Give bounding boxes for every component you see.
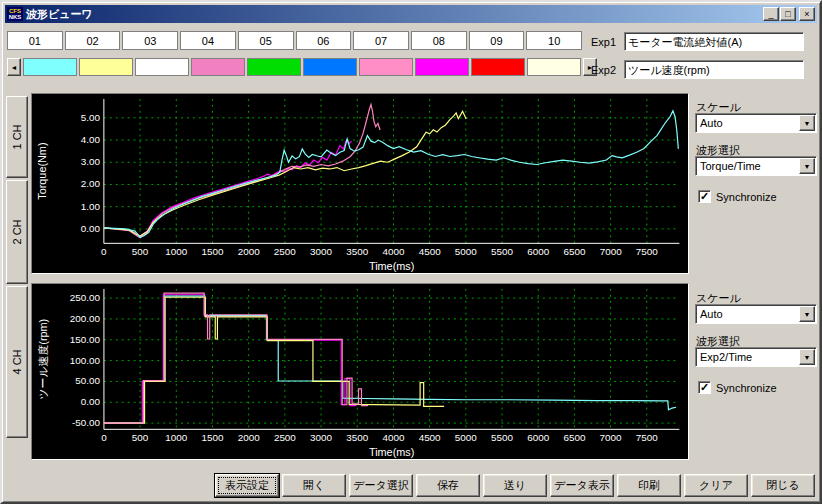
open-button[interactable]: 開く	[282, 474, 346, 497]
svg-text:7000: 7000	[600, 432, 622, 443]
channel-button-01[interactable]: 01	[7, 31, 63, 50]
svg-text:2000: 2000	[238, 246, 260, 257]
svg-text:100.00: 100.00	[70, 355, 101, 366]
channel-color-07[interactable]	[359, 58, 413, 76]
channel-button-08[interactable]: 08	[411, 31, 467, 50]
chevron-down-icon[interactable]: ▼	[799, 115, 815, 131]
svg-text:6500: 6500	[563, 432, 585, 443]
svg-text:4.00: 4.00	[81, 134, 101, 145]
svg-text:ツール速度(rpm): ツール速度(rpm)	[37, 319, 49, 400]
channel-color-05[interactable]	[247, 58, 301, 76]
bottom-button-row: 表示設定 開く データ選択 保存 送り データ表示 印刷 クリア 閉じる	[215, 474, 815, 497]
exp1-field[interactable]: モーター電流絶対値(A)	[624, 32, 804, 51]
print-button[interactable]: 印刷	[617, 474, 681, 497]
svg-text:Time(ms): Time(ms)	[369, 260, 414, 272]
waveform-viewer-window: CFS NKS 波形ビューワ _ □ × 01 02 03 04 05 06 0…	[0, 0, 822, 504]
feed-button[interactable]: 送り	[483, 474, 547, 497]
svg-text:6500: 6500	[563, 246, 585, 257]
chevron-down-icon[interactable]: ▼	[799, 349, 815, 365]
channel-button-10[interactable]: 10	[526, 31, 582, 50]
channel-button-row: 01 02 03 04 05 06 07 08 09 10	[7, 31, 582, 50]
channel-button-06[interactable]: 06	[296, 31, 352, 50]
channel-color-10[interactable]	[527, 58, 581, 76]
svg-text:50.00: 50.00	[75, 375, 100, 386]
svg-text:0: 0	[101, 246, 107, 257]
check-icon: ✓	[700, 191, 709, 202]
caption-buttons: _ □ ×	[762, 7, 815, 21]
title-bar[interactable]: CFS NKS 波形ビューワ _ □ ×	[5, 5, 817, 23]
svg-text:Time(ms): Time(ms)	[369, 446, 414, 458]
app-icon-text-bottom: NKS	[9, 14, 22, 20]
channel-color-08[interactable]	[415, 58, 469, 76]
channel-button-02[interactable]: 02	[65, 31, 121, 50]
close-icon[interactable]: ×	[799, 7, 815, 21]
scale-select-2-value: Auto	[700, 308, 723, 320]
channel-color-04[interactable]	[191, 58, 245, 76]
channel-scroll-left-button[interactable]: ◄	[7, 58, 21, 76]
waveform-select-1-value: Torque/Time	[700, 160, 761, 172]
data-display-button[interactable]: データ表示	[550, 474, 614, 497]
speed-time-chart: 0500100015002000250030003500400045005000…	[32, 284, 688, 459]
torque-time-chart: 0500100015002000250030003500400045005000…	[32, 94, 688, 273]
synchronize-checkbox-2[interactable]: ✓	[698, 381, 711, 394]
channel-color-06[interactable]	[303, 58, 357, 76]
save-button[interactable]: 保存	[416, 474, 480, 497]
channel-color-03[interactable]	[135, 58, 189, 76]
svg-text:5.00: 5.00	[81, 112, 101, 123]
app-icon: CFS NKS	[7, 7, 23, 21]
svg-text:4500: 4500	[419, 432, 441, 443]
scale-select-2[interactable]: Auto ▼	[695, 304, 817, 324]
svg-text:0: 0	[101, 432, 107, 443]
channel-button-03[interactable]: 03	[122, 31, 178, 50]
svg-text:1500: 1500	[202, 432, 224, 443]
svg-text:3000: 3000	[310, 432, 332, 443]
minimize-button[interactable]: _	[763, 7, 779, 21]
svg-text:3500: 3500	[346, 432, 368, 443]
exp2-field[interactable]: ツール速度(rpm)	[624, 60, 804, 79]
synchronize-checkbox-1[interactable]: ✓	[698, 190, 711, 203]
svg-text:5500: 5500	[491, 246, 513, 257]
chevron-down-icon[interactable]: ▼	[799, 306, 815, 322]
synchronize-label-1: Synchronize	[716, 191, 777, 203]
waveform-select-1[interactable]: Torque/Time ▼	[695, 156, 817, 176]
display-settings-button[interactable]: 表示設定	[215, 474, 279, 497]
svg-text:3.00: 3.00	[81, 156, 101, 167]
svg-text:0.00: 0.00	[81, 396, 101, 407]
scroll-left-icon: ◄	[11, 64, 18, 71]
svg-text:Torque(Nm): Torque(Nm)	[37, 142, 49, 199]
tab-2ch[interactable]: 2 CH	[6, 180, 28, 284]
check-icon: ✓	[700, 382, 709, 393]
channel-color-09[interactable]	[471, 58, 525, 76]
synchronize-label-2: Synchronize	[716, 382, 777, 394]
svg-text:7500: 7500	[636, 432, 658, 443]
svg-text:1000: 1000	[165, 432, 187, 443]
maximize-button[interactable]: □	[780, 7, 796, 21]
svg-text:-50.00: -50.00	[72, 417, 101, 428]
tab-2ch-label: 2 CH	[11, 219, 23, 244]
data-select-button[interactable]: データ選択	[349, 474, 413, 497]
chevron-down-icon[interactable]: ▼	[799, 158, 815, 174]
waveform-select-2[interactable]: Exp2/Time ▼	[695, 347, 817, 367]
clear-button[interactable]: クリア	[684, 474, 748, 497]
torque-chart-panel: 0500100015002000250030003500400045005000…	[31, 93, 689, 274]
channel-button-04[interactable]: 04	[180, 31, 236, 50]
channel-color-02[interactable]	[79, 58, 133, 76]
exp2-label: Exp2	[591, 64, 621, 76]
channel-button-07[interactable]: 07	[353, 31, 409, 50]
scale-select-1[interactable]: Auto ▼	[695, 113, 817, 133]
svg-text:2500: 2500	[274, 432, 296, 443]
channel-button-05[interactable]: 05	[238, 31, 294, 50]
tab-1ch[interactable]: 1 CH	[6, 96, 28, 178]
channel-button-09[interactable]: 09	[469, 31, 525, 50]
svg-text:5500: 5500	[491, 432, 513, 443]
svg-text:500: 500	[132, 432, 149, 443]
svg-text:3000: 3000	[310, 246, 332, 257]
close-dialog-button[interactable]: 閉じる	[751, 474, 815, 497]
svg-text:2500: 2500	[274, 246, 296, 257]
svg-text:150.00: 150.00	[70, 334, 101, 345]
channel-color-01[interactable]	[23, 58, 77, 76]
svg-text:5000: 5000	[455, 246, 477, 257]
tab-4ch[interactable]: 4 CH	[6, 286, 28, 438]
svg-text:2.00: 2.00	[81, 178, 101, 189]
svg-text:4000: 4000	[382, 246, 404, 257]
